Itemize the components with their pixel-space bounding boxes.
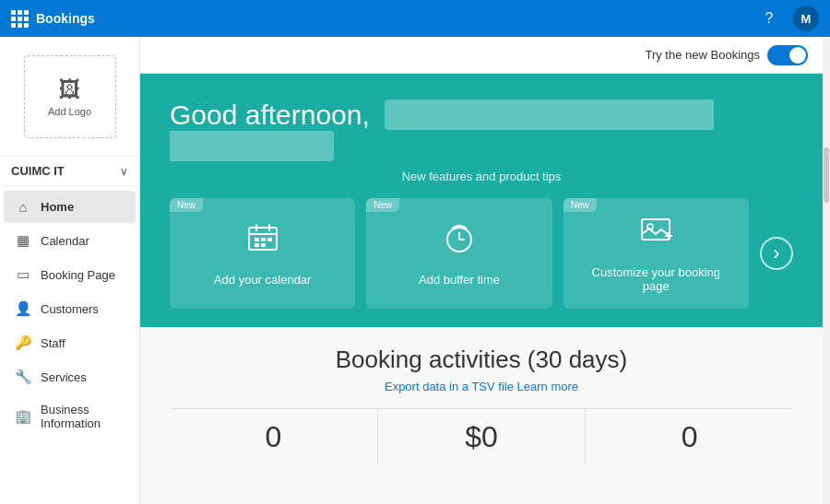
sidebar-item-booking-page[interactable]: ▭ Booking Page <box>4 258 136 291</box>
business-selector[interactable]: CUIMC IT ∨ <box>0 157 139 186</box>
new-badge-customize: New <box>563 198 597 212</box>
greeting: Good afternoon, ████████ ████████ ██████… <box>170 100 793 162</box>
activities-links: Export data in a TSV file Learn more <box>170 380 793 393</box>
image-icon: 🖼 <box>59 76 81 102</box>
try-new-toggle[interactable] <box>767 45 808 65</box>
content-area: 🖼 Add Logo CUIMC IT ∨ ⌂ Home ▦ Calendar … <box>0 37 830 504</box>
sidebar-item-home[interactable]: ⌂ Home <box>4 191 136 223</box>
stat-revenue: $0 <box>378 409 587 465</box>
activities-title: Booking activities (30 days) <box>170 346 793 374</box>
buffer-time-label: Add buffer time <box>419 273 500 287</box>
try-new-label: Try the new Bookings <box>645 48 760 62</box>
app-grid-icon[interactable] <box>11 10 29 28</box>
customize-booking-label: Customize your booking page <box>582 265 730 293</box>
svg-rect-8 <box>261 243 266 247</box>
sidebar-item-staff-label: Staff <box>41 336 65 350</box>
sidebar-item-business-information-label: Business Information <box>41 403 125 430</box>
sidebar-item-calendar-label: Calendar <box>41 234 89 248</box>
sidebar-item-staff[interactable]: 🔑 Staff <box>4 326 136 359</box>
main-content: Try the new Bookings Good afternoon, ███… <box>140 37 823 504</box>
person-icon: 👤 <box>15 300 31 317</box>
clock-card-icon <box>443 221 476 262</box>
sidebar-item-business-information[interactable]: 🏢 Business Information <box>4 394 136 439</box>
add-calendar-label: Add your calendar <box>214 273 312 287</box>
app-title: Bookings <box>36 11 95 26</box>
sidebar-item-customers-label: Customers <box>41 302 99 316</box>
home-icon: ⌂ <box>15 199 31 215</box>
logo-area: 🖼 Add Logo <box>0 37 139 157</box>
toggle-track <box>767 45 808 65</box>
export-link[interactable]: Export data in a TSV file <box>385 380 514 393</box>
sidebar-item-services-label: Services <box>41 370 87 384</box>
svg-rect-5 <box>261 238 266 241</box>
stats-row: 0 $0 0 <box>170 408 793 465</box>
stat-bookings-count: 0 <box>170 409 378 465</box>
title-bar-right: ? M <box>756 6 819 31</box>
svg-rect-7 <box>255 243 259 247</box>
key-icon: 🔑 <box>15 334 31 351</box>
revenue-value: $0 <box>465 420 498 454</box>
other-count-value: 0 <box>682 420 698 454</box>
bookings-count-value: 0 <box>265 420 281 454</box>
toggle-thumb <box>789 47 806 64</box>
nav-menu: ⌂ Home ▦ Calendar ▭ Booking Page 👤 Custo… <box>0 186 139 504</box>
sidebar-item-services[interactable]: 🔧 Services <box>4 360 136 393</box>
new-badge-calendar: New <box>170 198 203 212</box>
feature-card-buffer-time[interactable]: New Add buffer time <box>366 198 551 309</box>
scrollbar[interactable] <box>823 37 830 504</box>
feature-card-add-calendar[interactable]: New Add <box>170 198 355 309</box>
stat-other-count: 0 <box>586 409 793 465</box>
business-name: CUIMC IT <box>11 164 65 178</box>
calendar-icon: ▦ <box>15 232 31 249</box>
greeting-prefix: Good afternoon, <box>170 100 370 130</box>
sidebar-item-calendar[interactable]: ▦ Calendar <box>4 224 136 257</box>
title-bar: Bookings ? M <box>0 0 830 37</box>
sidebar-item-customers[interactable]: 👤 Customers <box>4 292 136 325</box>
calendar-card-icon <box>246 221 279 262</box>
title-bar-left: Bookings <box>11 10 95 28</box>
scrollbar-thumb[interactable] <box>824 147 829 203</box>
monitor-icon: ▭ <box>15 266 31 283</box>
sidebar: 🖼 Add Logo CUIMC IT ∨ ⌂ Home ▦ Calendar … <box>0 37 140 504</box>
next-arrow-button[interactable]: › <box>760 237 793 270</box>
building-icon: 🏢 <box>15 408 31 425</box>
svg-rect-4 <box>255 238 259 241</box>
activities-section: Booking activities (30 days) Export data… <box>140 327 823 504</box>
sidebar-item-booking-page-label: Booking Page <box>41 268 115 282</box>
wrench-icon: 🔧 <box>15 369 31 385</box>
svg-rect-6 <box>267 238 272 241</box>
help-button[interactable]: ? <box>756 6 782 31</box>
top-bar: Try the new Bookings <box>140 37 823 74</box>
chevron-down-icon: ∨ <box>120 165 128 178</box>
image-card-icon <box>639 214 672 254</box>
add-logo-label: Add Logo <box>48 106 91 117</box>
add-logo-button[interactable]: 🖼 Add Logo <box>24 55 116 138</box>
new-badge-buffer: New <box>366 198 399 212</box>
learn-more-link[interactable]: Learn more <box>517 380 578 393</box>
features-label: New features and product tips <box>170 170 793 183</box>
feature-cards-row: New Add <box>170 198 793 309</box>
chevron-right-icon: › <box>773 241 779 265</box>
sidebar-item-home-label: Home <box>41 200 74 214</box>
avatar-button[interactable]: M <box>793 6 819 31</box>
hero-section: Good afternoon, ████████ ████████ ██████… <box>140 74 823 327</box>
feature-card-customize-booking[interactable]: New Customize your booking page <box>563 198 749 309</box>
